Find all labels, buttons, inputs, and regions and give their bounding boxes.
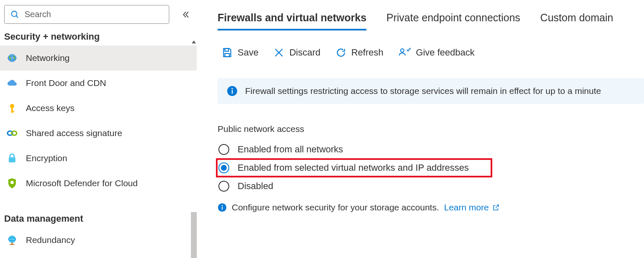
tab-custom-domain[interactable]: Custom domain (540, 12, 613, 30)
feedback-label: Give feedback (416, 47, 475, 58)
svg-point-5 (10, 104, 14, 108)
radio-label: Disabled (238, 181, 273, 192)
learn-more-link[interactable]: Learn more (444, 202, 499, 212)
svg-marker-2 (192, 40, 196, 43)
close-icon (273, 47, 284, 58)
search-icon (10, 9, 20, 20)
sidebar-item-networking[interactable]: Networking (0, 46, 197, 71)
refresh-button[interactable]: Refresh (336, 47, 383, 58)
link-label: Learn more (444, 202, 489, 212)
svg-rect-22 (232, 90, 233, 94)
save-button[interactable]: Save (222, 47, 258, 58)
radio-selected-networks[interactable]: Enabled from selected virtual networks a… (216, 158, 492, 177)
radio-button-checked-icon (218, 162, 229, 173)
sidebar-item-label: Front Door and CDN (26, 78, 106, 88)
feedback-button[interactable]: Give feedback (398, 47, 475, 58)
shield-icon (7, 178, 18, 189)
scrollbar-thumb[interactable] (191, 212, 197, 258)
sidebar-item-label: Shared access signature (26, 128, 122, 138)
svg-rect-17 (225, 53, 230, 57)
svg-point-26 (222, 205, 223, 206)
svg-rect-7 (11, 111, 14, 112)
feedback-icon (398, 47, 411, 58)
toolbar: Save Discard Refresh Give feedback (218, 47, 644, 58)
tab-bar: Firewalls and virtual networks Private e… (218, 12, 644, 30)
public-network-label: Public network access (218, 124, 644, 134)
scroll-up-arrow[interactable] (191, 38, 197, 46)
sidebar-item-encryption[interactable]: Encryption (0, 146, 197, 171)
radio-all-networks[interactable]: Enabled from all networks (218, 141, 644, 158)
hint-text: Configure network security for your stor… (232, 202, 439, 212)
tab-private-endpoint[interactable]: Private endpoint connections (386, 12, 520, 30)
search-box[interactable] (4, 5, 169, 24)
public-network-radio-group: Enabled from all networks Enabled from s… (218, 141, 644, 195)
info-icon (218, 203, 227, 212)
globe-icon (7, 235, 18, 245)
svg-rect-16 (225, 48, 229, 51)
info-icon (227, 86, 238, 96)
svg-point-23 (231, 88, 233, 89)
radio-label: Enabled from selected virtual networks a… (238, 162, 469, 173)
sidebar-item-sas[interactable]: Shared access signature (0, 121, 197, 146)
radio-disabled[interactable]: Disabled (218, 177, 644, 195)
sidebar-item-label: Redundancy (26, 235, 75, 245)
sidebar-item-access-keys[interactable]: Access keys (0, 96, 197, 121)
section-data-header: Data management (0, 209, 197, 228)
external-link-icon (492, 204, 500, 211)
main-content: Firewalls and virtual networks Private e… (197, 0, 644, 258)
refresh-icon (336, 47, 346, 58)
nav-list-data: Redundancy (0, 228, 197, 253)
svg-point-0 (12, 11, 17, 16)
sidebar-item-label: Networking (26, 53, 70, 63)
svg-point-20 (401, 49, 404, 52)
svg-point-11 (10, 181, 14, 184)
svg-rect-15 (10, 244, 15, 245)
tab-firewalls[interactable]: Firewalls and virtual networks (218, 12, 366, 30)
save-icon (222, 47, 233, 58)
link-icon (7, 128, 18, 139)
sidebar-item-label: Encryption (26, 153, 67, 163)
sidebar-item-front-door[interactable]: Front Door and CDN (0, 71, 197, 96)
lock-icon (7, 153, 18, 164)
sidebar-collapse-button[interactable] (179, 8, 193, 21)
sidebar-item-defender[interactable]: Microsoft Defender for Cloud (0, 171, 197, 196)
cloud-icon (7, 78, 18, 89)
svg-line-1 (16, 15, 18, 18)
banner-text: Firewall settings restricting access to … (245, 86, 601, 96)
nav-list-security: Networking Front Door and CDN Access key… (0, 46, 197, 196)
radio-button-icon (218, 181, 229, 192)
save-label: Save (238, 47, 258, 58)
globe-network-icon (7, 53, 18, 63)
sidebar-item-label: Access keys (26, 103, 75, 113)
sidebar: Security + networking Networking Front D… (0, 0, 197, 258)
section-security-header: Security + networking (0, 27, 197, 46)
key-icon (7, 103, 18, 114)
svg-point-12 (8, 235, 16, 243)
svg-rect-25 (222, 207, 223, 210)
sidebar-item-redundancy[interactable]: Redundancy (0, 228, 197, 253)
info-banner: Firewall settings restricting access to … (218, 78, 644, 104)
sidebar-item-label: Microsoft Defender for Cloud (26, 178, 138, 188)
svg-point-3 (8, 54, 16, 62)
hint-row: Configure network security for your stor… (218, 202, 644, 212)
radio-button-icon (218, 144, 229, 155)
discard-button[interactable]: Discard (273, 47, 321, 58)
search-row (0, 0, 197, 27)
radio-label: Enabled from all networks (238, 144, 343, 155)
svg-rect-10 (9, 157, 15, 162)
search-input[interactable] (25, 10, 164, 19)
svg-line-27 (496, 205, 499, 208)
discard-label: Discard (289, 47, 321, 58)
refresh-label: Refresh (351, 47, 383, 58)
